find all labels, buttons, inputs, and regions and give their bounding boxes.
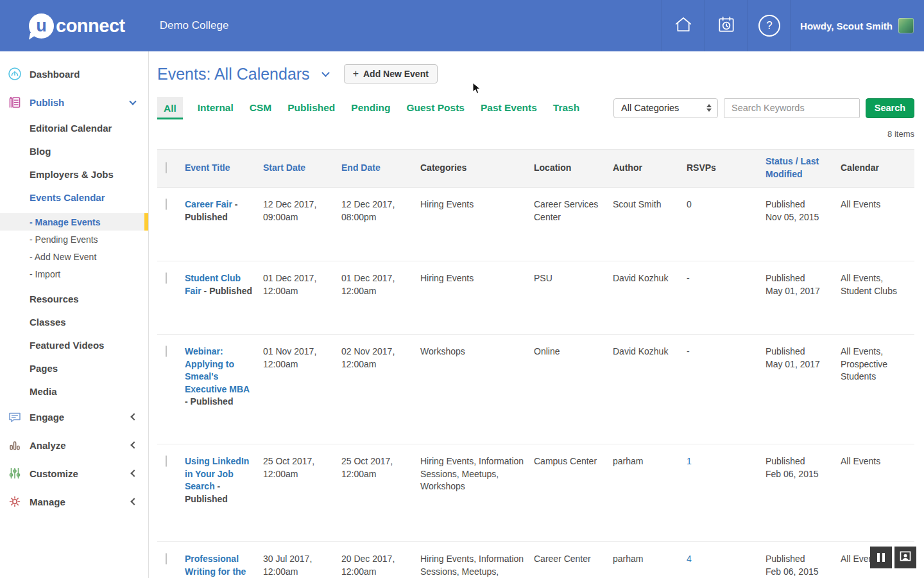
- sidebar-item-label: Publish: [30, 97, 64, 108]
- chevron-left-icon: [130, 498, 137, 505]
- author-cell: parham: [613, 455, 687, 541]
- sidebar-item-label: - Manage Events: [30, 217, 100, 227]
- title-dropdown-chevron-icon[interactable]: [321, 69, 330, 77]
- sidebar-item-events-calendar[interactable]: Events Calendar: [0, 186, 148, 209]
- sidebar-item-classes[interactable]: Classes: [0, 310, 148, 333]
- rsvps-link[interactable]: 1: [687, 456, 692, 466]
- user-menu[interactable]: Howdy, Scout Smith: [791, 0, 924, 51]
- row-checkbox[interactable]: [166, 553, 167, 565]
- calendar-clock-icon: [716, 14, 737, 37]
- calendar-cell: All Events, Student Clubs: [841, 272, 914, 334]
- end-date-cell: 20 Dec 2017, 12:00am: [341, 553, 420, 578]
- table-row: Using LinkedIn in Your Job Search - Publ…: [157, 444, 914, 542]
- sidebar-item-pending-events[interactable]: - Pending Events: [0, 231, 148, 248]
- logo-text: connect: [56, 15, 125, 37]
- sidebar-item-label: Engage: [30, 412, 64, 423]
- tab-past-events[interactable]: Past Events: [479, 96, 538, 119]
- tab-csm[interactable]: CSM: [248, 96, 273, 119]
- tab-internal[interactable]: Internal: [196, 96, 235, 119]
- sidebar-item-employers-jobs[interactable]: Employers & Jobs: [0, 162, 148, 186]
- sidebar-item-import[interactable]: - Import: [0, 265, 148, 283]
- categories-cell: Hiring Events, Information Sessions, Mee…: [420, 553, 534, 578]
- help-glyph: ?: [766, 19, 772, 32]
- site-name: Demo College: [160, 19, 229, 32]
- user-greeting: Howdy, Scout Smith: [800, 21, 893, 31]
- sidebar-item-label: Manage: [30, 496, 65, 507]
- category-select[interactable]: All Categories: [613, 98, 718, 118]
- tab-trash[interactable]: Trash: [552, 96, 581, 119]
- row-checkbox[interactable]: [166, 198, 167, 210]
- sidebar-item-dashboard[interactable]: Dashboard: [0, 60, 148, 88]
- pause-recording-button[interactable]: [870, 547, 892, 568]
- sidebar-item-resources[interactable]: Resources: [0, 287, 148, 310]
- gauge-icon: [0, 66, 30, 82]
- webcam-toggle-button[interactable]: [894, 547, 916, 568]
- sidebar-item-featured-videos[interactable]: Featured Videos: [0, 333, 148, 356]
- column-header-status-modified[interactable]: Status / Last Modified: [766, 155, 841, 180]
- start-date-cell: 25 Oct 2017, 12:00am: [263, 455, 341, 541]
- clipboard-pen-icon: [0, 94, 30, 110]
- events-table: Event Title Start Date End Date Categori…: [157, 149, 914, 578]
- sidebar-item-pages[interactable]: Pages: [0, 356, 148, 380]
- rsvps-link[interactable]: 4: [687, 554, 692, 564]
- event-title-link[interactable]: Webinar: Applying to Smeal's Executive M…: [185, 346, 250, 394]
- event-title-link[interactable]: Career Fair: [185, 199, 232, 209]
- author-cell: David Kozhuk: [613, 346, 687, 444]
- categories-cell: Hiring Events, Information Sessions, Mee…: [420, 455, 534, 541]
- sliders-icon: [0, 466, 30, 481]
- sidebar-item-manage-events[interactable]: - Manage Events: [0, 213, 148, 231]
- start-date-cell: 01 Dec 2017, 12:00am: [263, 272, 341, 334]
- end-date-cell: 01 Dec 2017, 12:00am: [341, 272, 420, 334]
- table-row: Professional Writing for the Job Search …: [157, 542, 914, 578]
- sidebar-item-blog[interactable]: Blog: [0, 139, 148, 162]
- modified-date: Nov 05, 2015: [766, 211, 832, 224]
- location-cell: Career Center: [534, 553, 613, 578]
- calendar-button[interactable]: [705, 0, 748, 51]
- home-button[interactable]: [662, 0, 705, 51]
- search-input[interactable]: [724, 98, 860, 118]
- sidebar-item-label: Media: [30, 386, 57, 397]
- start-date-cell: 30 Jul 2017, 12:00am: [263, 553, 341, 578]
- calendar-cell: All Events: [841, 198, 914, 261]
- sidebar-item-media[interactable]: Media: [0, 380, 148, 403]
- sidebar-item-customize[interactable]: Customize: [0, 459, 148, 487]
- column-header-location: Location: [534, 162, 613, 175]
- end-date-cell: 12 Dec 2017, 08:00pm: [341, 198, 420, 261]
- column-header-event-title[interactable]: Event Title: [185, 162, 263, 175]
- sidebar-item-add-new-event[interactable]: - Add New Event: [0, 248, 148, 265]
- active-item-marker: [144, 213, 148, 231]
- row-checkbox[interactable]: [166, 272, 167, 284]
- row-checkbox[interactable]: [166, 455, 167, 467]
- select-all-checkbox[interactable]: [166, 162, 167, 173]
- main-content: Events: All Calendars + Add New Event Al…: [149, 51, 924, 578]
- help-button[interactable]: ?: [748, 0, 791, 51]
- end-date-cell: 25 Oct 2017, 12:00am: [341, 455, 420, 541]
- sidebar-item-label: Blog: [30, 146, 51, 157]
- home-icon: [673, 14, 694, 37]
- sidebar-item-publish[interactable]: Publish: [0, 88, 148, 116]
- rsvps-cell: -: [687, 346, 766, 444]
- page-title[interactable]: Events: All Calendars: [157, 65, 310, 83]
- column-header-end-date[interactable]: End Date: [341, 162, 420, 175]
- uconnect-logo[interactable]: u connect: [29, 13, 125, 39]
- author-cell: David Kozhuk: [613, 272, 687, 334]
- tab-pending[interactable]: Pending: [350, 96, 391, 119]
- tab-all[interactable]: All: [157, 97, 183, 119]
- sidebar-item-manage[interactable]: Manage: [0, 487, 148, 516]
- categories-cell: Hiring Events: [420, 272, 534, 334]
- filter-toolbar: All Internal CSM Published Pending Guest…: [157, 96, 914, 119]
- status-cell: PublishedMay 01, 2017: [766, 346, 841, 444]
- tab-published[interactable]: Published: [286, 96, 336, 119]
- search-button[interactable]: Search: [866, 98, 914, 118]
- add-new-event-button[interactable]: + Add New Event: [344, 64, 438, 83]
- event-title-link[interactable]: Professional Writing for the Job Search: [185, 554, 246, 578]
- location-cell: Online: [534, 346, 613, 444]
- tab-guest-posts[interactable]: Guest Posts: [405, 96, 465, 119]
- sidebar-item-analyze[interactable]: Analyze: [0, 431, 148, 459]
- sidebar-item-label: Classes: [30, 317, 66, 328]
- sidebar-item-editorial-calendar[interactable]: Editorial Calendar: [0, 116, 148, 139]
- row-checkbox[interactable]: [166, 346, 167, 357]
- sidebar-item-engage[interactable]: Engage: [0, 403, 148, 431]
- start-date-cell: 01 Nov 2017, 12:00am: [263, 346, 341, 444]
- column-header-start-date[interactable]: Start Date: [263, 162, 341, 175]
